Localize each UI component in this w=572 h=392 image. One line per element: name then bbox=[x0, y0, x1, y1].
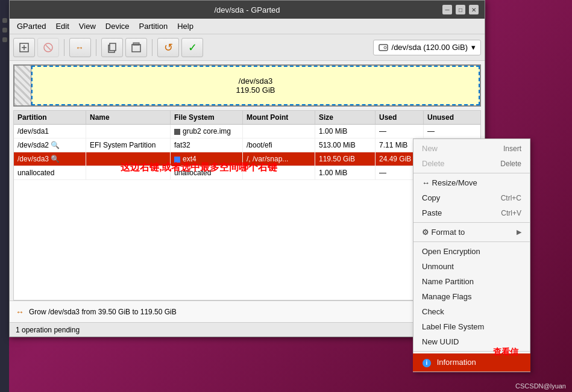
row1-used: — bbox=[376, 125, 424, 138]
col-header-mountpoint: Mount Point bbox=[243, 111, 315, 124]
context-menu-unmount[interactable]: Unmount bbox=[413, 259, 530, 274]
context-menu-new: New Insert bbox=[413, 141, 530, 156]
row3-mountpoint: /, /var/snap... bbox=[243, 152, 315, 166]
row2-filesystem: fat32 bbox=[171, 138, 243, 152]
menu-partition[interactable]: Partition bbox=[134, 20, 173, 33]
row4-partition: unallocated bbox=[14, 166, 86, 179]
device-label: /dev/sda (120.00 GiB) bbox=[392, 43, 468, 52]
op-arrow-icon: ↔ bbox=[16, 307, 24, 317]
context-menu-manage-flags[interactable]: Manage Flags bbox=[413, 289, 530, 304]
cm-new-label: New bbox=[422, 144, 438, 153]
cm-manage-flags-label: Manage Flags bbox=[422, 292, 471, 301]
row4-name bbox=[86, 166, 171, 179]
cm-info-content: i Information bbox=[423, 358, 476, 367]
context-menu-format[interactable]: ⚙ Format to ▶ bbox=[413, 225, 530, 240]
row1-partition: /dev/sda1 bbox=[14, 125, 86, 138]
status-text: 1 operation pending bbox=[16, 326, 80, 334]
toolbar-paste-btn[interactable] bbox=[125, 38, 147, 57]
col-header-filesystem: File System bbox=[171, 111, 243, 124]
toolbar-delete-btn[interactable] bbox=[37, 38, 59, 57]
cm-copy-shortcut: Ctrl+C bbox=[501, 194, 521, 202]
cm-unmount-label: Unmount bbox=[422, 262, 454, 271]
cm-paste-shortcut: Ctrl+V bbox=[501, 209, 521, 217]
fs-color-sda3 bbox=[174, 157, 180, 163]
svg-rect-9 bbox=[132, 45, 140, 52]
table-row-selected[interactable]: /dev/sda3 🔍 ext4 /, /var/snap... 119.50 … bbox=[14, 152, 480, 166]
context-menu: New Insert Delete Delete ↔ Resize/Move C… bbox=[413, 138, 530, 372]
close-button[interactable]: ✕ bbox=[469, 5, 479, 14]
table-row[interactable]: unallocated unallocated 1.00 MiB — bbox=[14, 166, 480, 180]
row3-filesystem: ext4 bbox=[171, 152, 243, 166]
table-row[interactable]: /dev/sda2 🔍 EFI System Partition fat32 /… bbox=[14, 138, 480, 152]
titlebar: /dev/sda - GParted ─ □ ✕ bbox=[10, 1, 485, 19]
menu-view[interactable]: View bbox=[74, 20, 101, 33]
drive-icon bbox=[379, 43, 388, 52]
sidebar-dot bbox=[2, 18, 7, 23]
context-menu-paste[interactable]: Paste Ctrl+V bbox=[413, 205, 530, 220]
left-sidebar bbox=[0, 0, 9, 392]
context-menu-name-partition[interactable]: Name Partition bbox=[413, 274, 530, 289]
row1-mountpoint bbox=[243, 125, 315, 138]
row1-filesystem: grub2 core.img bbox=[171, 125, 243, 138]
context-menu-check[interactable]: Check bbox=[413, 304, 530, 319]
toolbar-resize-btn[interactable]: ↔ bbox=[69, 38, 91, 57]
device-selector[interactable]: /dev/sda (120.00 GiB) ▾ bbox=[373, 40, 481, 55]
context-menu-info-wrapper: i Information bbox=[413, 353, 530, 372]
row3-size: 119.50 GiB bbox=[315, 152, 376, 166]
toolbar-undo-btn[interactable]: ↺ bbox=[157, 38, 179, 57]
cm-separator-3 bbox=[413, 241, 530, 242]
cm-separator-2 bbox=[413, 222, 530, 223]
device-dropdown-arrow: ▾ bbox=[471, 43, 476, 52]
bottom-text: CSCSDN@lyuan bbox=[515, 382, 566, 390]
context-menu-resize[interactable]: ↔ Resize/Move bbox=[413, 175, 530, 190]
table-row[interactable]: /dev/sda1 grub2 core.img 1.00 MiB — — bi… bbox=[14, 125, 480, 138]
cm-format-arrow: ▶ bbox=[517, 228, 521, 236]
minimize-button[interactable]: ─ bbox=[442, 5, 452, 14]
cm-separator-1 bbox=[413, 173, 530, 173]
context-menu-open-encryption[interactable]: Open Encryption bbox=[413, 244, 530, 259]
menubar: GParted Edit View Device Partition Help bbox=[10, 19, 485, 34]
sidebar-dot bbox=[2, 37, 7, 42]
cm-check-label: Check bbox=[422, 307, 444, 316]
operation-text: Grow /dev/sda3 from 39.50 GiB to 119.50 … bbox=[29, 308, 177, 316]
partition-main-block[interactable]: /dev/sda3 119.50 GiB bbox=[31, 66, 480, 105]
row1-unused: — bbox=[424, 125, 481, 138]
row1-size: 1.00 MiB bbox=[315, 125, 376, 138]
col-header-unused: Unused bbox=[424, 111, 481, 124]
cm-information-label: Information bbox=[437, 358, 476, 367]
row1-name bbox=[86, 125, 171, 138]
col-header-size: Size bbox=[315, 111, 376, 124]
fs-color-sda1 bbox=[174, 129, 180, 135]
context-menu-information[interactable]: i Information bbox=[414, 355, 529, 370]
col-header-name: Name bbox=[86, 111, 171, 124]
cm-new-shortcut: Insert bbox=[503, 145, 521, 153]
context-menu-new-uuid[interactable]: New UUID bbox=[413, 334, 530, 349]
titlebar-controls: ─ □ ✕ bbox=[442, 5, 479, 14]
cm-paste-label: Paste bbox=[422, 208, 442, 217]
menu-help[interactable]: Help bbox=[172, 20, 198, 33]
menu-gparted[interactable]: GParted bbox=[12, 20, 51, 33]
svg-line-4 bbox=[46, 45, 51, 50]
col-header-used: Used bbox=[376, 111, 424, 124]
partition-table: Partition Name File System Mount Point S… bbox=[13, 110, 481, 300]
row3-name bbox=[86, 152, 171, 166]
col-header-partition: Partition bbox=[14, 111, 86, 124]
cm-label-fs-label: Label File System bbox=[422, 322, 484, 331]
maximize-button[interactable]: □ bbox=[456, 5, 465, 14]
context-menu-copy[interactable]: Copy Ctrl+C bbox=[413, 190, 530, 205]
partition-visual: /dev/sda3 119.50 GiB bbox=[13, 64, 481, 107]
menu-device[interactable]: Device bbox=[101, 20, 134, 33]
cm-format-label: ⚙ Format to bbox=[422, 228, 465, 237]
toolbar-separator-3 bbox=[152, 39, 152, 56]
toolbar-new-btn[interactable] bbox=[13, 38, 35, 57]
toolbar-separator-1 bbox=[64, 39, 64, 56]
toolbar-copy-btn[interactable] bbox=[101, 38, 123, 57]
partition-stripe bbox=[14, 66, 31, 105]
context-menu-label-fs[interactable]: Label File System bbox=[413, 319, 530, 334]
cm-delete-label: Delete bbox=[422, 159, 445, 168]
row2-size: 513.00 MiB bbox=[315, 138, 376, 152]
svg-point-11 bbox=[384, 46, 386, 49]
toolbar-apply-btn[interactable]: ✓ bbox=[181, 38, 203, 57]
menu-edit[interactable]: Edit bbox=[51, 20, 74, 33]
svg-rect-7 bbox=[110, 43, 116, 51]
